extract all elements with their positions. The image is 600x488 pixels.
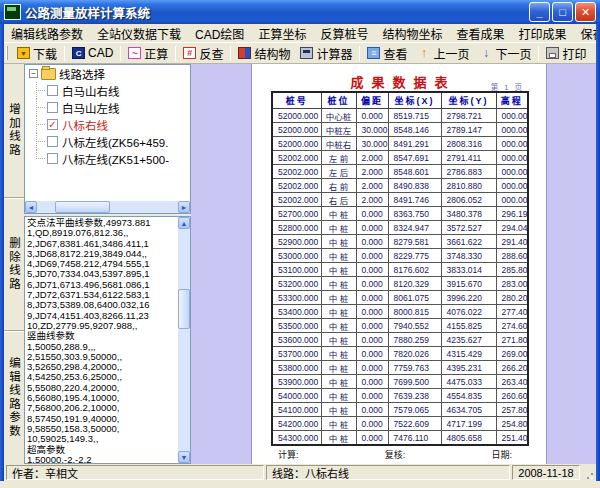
view-button[interactable]: ≡查看	[362, 44, 412, 63]
table-cell: 30.000	[356, 137, 388, 151]
down-arrow-button[interactable]: ↓下一页	[474, 44, 536, 63]
table-cell: 0.000	[356, 277, 388, 291]
table-cell: 4717.199	[441, 417, 496, 431]
tree-item-2[interactable]: ✓八标右线	[25, 116, 190, 133]
menu-item-1[interactable]: 全站仪数据下载	[90, 24, 188, 43]
title-bar[interactable]: 公路测量放样计算系统 _ □ ✕	[0, 0, 600, 24]
resize-grip[interactable]	[582, 465, 594, 480]
params-vertical-scrollbar[interactable]: ▲ ▼	[178, 217, 190, 463]
calculator-button[interactable]: 计算器	[295, 44, 357, 63]
column-header: 坐标(Y)	[441, 92, 496, 109]
table-cell: 280.200	[496, 291, 528, 305]
menu-item-5[interactable]: 结构物坐标	[375, 24, 449, 43]
forward-calc-button[interactable]: ~正算	[123, 44, 173, 63]
table-cell: 中 桩	[321, 263, 356, 277]
menu-item-6[interactable]: 查看成果	[449, 24, 511, 43]
table-cell: 8120.329	[388, 277, 441, 291]
status-date: 2008-11-18	[512, 465, 580, 480]
table-cell: 7522.609	[388, 417, 441, 431]
scroll-right-icon[interactable]: ►	[178, 201, 190, 213]
table-cell: 52900.000	[272, 235, 321, 249]
scroll-left-icon[interactable]: ◄	[25, 201, 37, 213]
table-cell: 2798.721	[441, 109, 496, 123]
tree-item-3[interactable]: 八标左线(ZK56+459.	[25, 133, 190, 150]
toolbar-grip[interactable]	[6, 46, 8, 60]
table-cell: 中 桩	[321, 389, 356, 403]
menu-item-0[interactable]: 编辑线路参数	[4, 24, 90, 43]
toolbar-separator	[359, 46, 360, 61]
printer-icon	[546, 47, 559, 59]
table-cell: 右 前	[321, 179, 356, 193]
structure-button[interactable]: 结构物	[233, 44, 295, 63]
menu-item-3[interactable]: 正算坐标	[251, 24, 313, 43]
parameters-text[interactable]: 交点法平曲线参数,49973.881 1,QD,8919.076,812.36,…	[27, 218, 177, 463]
table-cell: 3996.220	[441, 291, 496, 305]
table-cell: 中 桩	[321, 291, 356, 305]
tree-root-label: 线路选择	[59, 66, 105, 82]
table-cell: 8490.838	[388, 179, 441, 193]
table-cell: 4155.825	[441, 319, 496, 333]
side-button-1[interactable]: 删除线路	[4, 198, 24, 332]
up-arrow-button[interactable]: ↑上一页	[412, 44, 474, 63]
table-cell: 7699.500	[388, 375, 441, 389]
menu-item-4[interactable]: 反算桩号	[313, 24, 375, 43]
table-row: 53200.000中 桩0.0008120.3293915.670283.000	[272, 277, 528, 291]
table-row: 53000.000中 桩0.0008229.7753748.330288.600	[272, 249, 528, 263]
table-cell: 2789.147	[441, 123, 496, 137]
cad-button[interactable]: CCAD	[67, 45, 118, 61]
table-cell: 8000.815	[388, 305, 441, 319]
close-button[interactable]: ✕	[575, 2, 596, 22]
window-controls: _ □ ✕	[529, 2, 596, 22]
tree-root[interactable]: −线路选择	[25, 65, 190, 82]
scroll-up-icon[interactable]: ▲	[178, 217, 190, 229]
table-cell: 53100.000	[272, 263, 321, 277]
side-button-2[interactable]: 编辑线路参数	[4, 331, 24, 464]
checkbox[interactable]	[47, 85, 58, 96]
column-header: 桩号	[272, 92, 321, 109]
table-cell: 000.000	[496, 123, 528, 137]
table-cell: 8324.947	[388, 221, 441, 235]
toolbar: ▼下载CCAD~正算#反查结构物计算器≡查看↑上一页↓下一页打印保存	[4, 43, 596, 64]
tree-item-0[interactable]: 白马山右线	[25, 82, 190, 99]
download-icon: ▼	[17, 47, 30, 59]
reverse-query-button[interactable]: #反查	[178, 44, 228, 63]
checkbox[interactable]	[47, 136, 58, 147]
table-cell: 8279.581	[388, 235, 441, 249]
tree-horizontal-scrollbar[interactable]: ◄ ►	[25, 201, 190, 213]
maximize-button[interactable]: □	[552, 2, 573, 22]
checkbox[interactable]	[47, 102, 58, 113]
folder-icon	[41, 68, 56, 80]
minimize-button[interactable]: _	[529, 2, 550, 22]
table-cell: 4395.231	[441, 361, 496, 375]
scrollbar-thumb[interactable]	[178, 289, 190, 329]
toolbar-separator	[175, 46, 176, 61]
table-cell: 中 桩	[321, 361, 356, 375]
table-cell: 中桩右	[321, 137, 356, 151]
table-cell: 0.000	[356, 305, 388, 319]
menu-item-7[interactable]: 打印成果	[511, 24, 573, 43]
table-cell: 中 桩	[321, 305, 356, 319]
checkbox-checked[interactable]: ✓	[47, 119, 58, 130]
menu-item-2[interactable]: CAD绘图	[188, 24, 251, 43]
table-cell: 8519.715	[388, 109, 441, 123]
collapse-icon[interactable]: −	[29, 69, 38, 78]
checkbox[interactable]	[47, 153, 58, 164]
download-button[interactable]: ▼下载	[12, 44, 62, 63]
table-row: 52002.000右 后2.0008491.7462806.052000.000	[272, 193, 528, 207]
table-cell: 中 桩	[321, 431, 356, 446]
down-arrow-icon: ↓	[479, 47, 492, 59]
table-row: 52700.000中 桩0.0008363.7503480.378296.190	[272, 207, 528, 221]
printer-button[interactable]: 打印	[541, 44, 591, 63]
side-button-0[interactable]: 增加线路	[4, 64, 24, 198]
scroll-down-icon[interactable]: ▼	[178, 451, 190, 463]
table-cell: 7639.238	[388, 389, 441, 403]
table-cell: 7940.552	[388, 319, 441, 333]
tree-item-4[interactable]: 八标左线(ZK51+500-	[25, 150, 190, 167]
cad-icon: C	[72, 47, 85, 59]
table-cell: 4475.033	[441, 375, 496, 389]
tree-item-1[interactable]: 白马山左线	[25, 99, 190, 116]
table-cell: 53300.000	[272, 291, 321, 305]
scrollbar-thumb[interactable]	[55, 201, 110, 213]
table-cell: 52002.000	[272, 179, 321, 193]
table-row: 52000.000中心桩0.0008519.7152798.721000.000	[272, 109, 528, 123]
